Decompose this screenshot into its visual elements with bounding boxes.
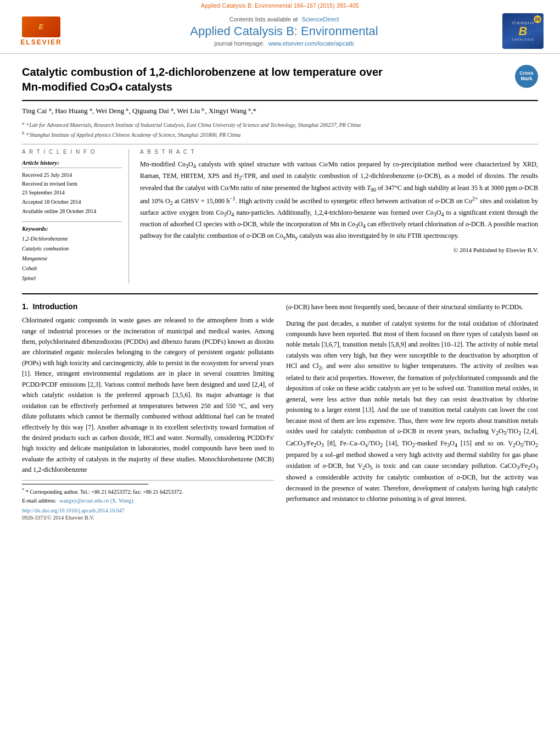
affiliation-a: a ᵃ Lab for Advanced Materials, Research… [22,120,538,130]
two-col-body: 1. Introduction Chlorinated organic comp… [22,302,538,521]
keyword-2: Catalytic combustion [22,244,122,254]
article-info-abstract: A R T I C L E I N F O Article history: R… [22,149,538,283]
intro-right-para2: During the past decades, a number of cat… [286,319,538,505]
footnote-email: E-mail address: wangxy@ecust.edu.cn (X. … [22,496,274,505]
catalysis-logo: ICatalysis B CATALYSIS 25 [502,13,544,49]
intro-text-left: Chlorinated organic compounds in waste g… [22,315,274,476]
elsevier-text: ELSEVIER [20,38,61,46]
accepted-date: Accepted 18 October 2014 [22,197,122,207]
abstract-text: Mn-modified Co3O4 catalysts with spinel … [140,159,538,242]
keywords-title: Keywords: [22,221,122,232]
crossmark-badge: CrossMark [515,65,538,88]
article-title-section: Catalytic combustion of 1,2-dichlorobenz… [22,65,538,101]
products-label: products [53,434,76,442]
article-info-label: A R T I C L E I N F O [22,149,122,155]
body-col-right: (o-DCB) have been most frequently used, … [286,302,538,521]
keyword-5: Spinel [22,274,122,283]
sciencedirect-link[interactable]: ScienceDirect [301,16,339,23]
body-col-left: 1. Introduction Chlorinated organic comp… [22,302,274,521]
journal-main-title: Applied Catalysis B: Environmental [66,24,502,38]
footnote-area: * * Corresponding author. Tel.: +86 21 6… [22,480,274,505]
affiliations: a ᵃ Lab for Advanced Materials, Research… [22,120,538,145]
section-1-heading: 1. Introduction [22,302,274,311]
authors-line: Ting Cai ᵃ, Hao Huang ᵃ, Wei Deng ᵃ, Qig… [22,105,538,116]
available-online: Available online 28 October 2014 [22,207,122,216]
footnote-corresponding: * * Corresponding author. Tel.: +86 21 6… [22,487,274,496]
abstract-copyright: © 2014 Published by Elsevier B.V. [140,247,538,253]
abstract-label: A B S T R A C T [140,149,538,155]
homepage-label: journal homepage: [214,40,264,47]
received-revised-label: Received in revised form [22,180,122,188]
journal-title-center: Contents lists available at ScienceDirec… [66,16,502,47]
history-title: Article history: [22,159,122,168]
doi-link[interactable]: http://dx.doi.org/10.1016/j.apcatb.2014.… [22,507,274,514]
keyword-4: Cobalt [22,264,122,274]
homepage-url[interactable]: www.elsevier.com/locate/apcatb [268,40,354,47]
revised-date: 23 September 2014 [22,188,122,197]
article-info-col: A R T I C L E I N F O Article history: R… [22,149,129,283]
journal-header: Applied Catalysis B: Environmental 166–1… [0,0,560,54]
keyword-1: 1,2-Dichlorobenzene [22,234,122,244]
article-content: Catalytic combustion of 1,2-dichlorobenz… [0,54,560,532]
contents-label: Contents lists available at [229,16,298,23]
intro-right-para1: (o-DCB) have been most frequently used, … [286,302,538,313]
journal-citation: Applied Catalysis B: Environmental 166–1… [0,3,560,9]
issn-copyright: 0926-3373/© 2014 Elsevier B.V. [22,515,274,521]
elsevier-logo: E ELSEVIER [16,16,66,46]
email-link[interactable]: wangxy@ecust.edu.cn (X. Wang). [59,498,135,504]
article-main-title: Catalytic combustion of 1,2-dichlorobenz… [22,65,515,94]
body-content: 1. Introduction Chlorinated organic comp… [22,293,538,521]
keyword-3: Manganese [22,254,122,264]
abstract-col: A B S T R A C T Mn-modified Co3O4 cataly… [140,149,538,283]
received-date: Received 25 July 2014 [22,170,122,180]
affiliation-b: b ᵇ Shanghai Institute of Applied physic… [22,130,538,140]
